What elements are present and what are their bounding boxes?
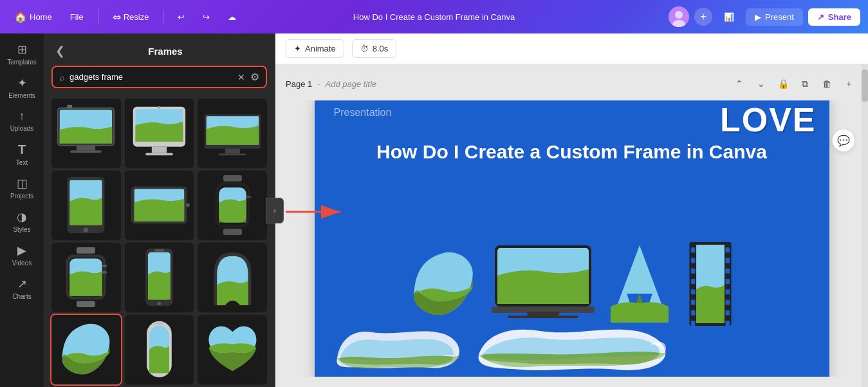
stats-icon: 📊	[724, 12, 734, 22]
comment-button[interactable]: 💬	[832, 129, 855, 152]
uploads-icon: ↑	[19, 109, 25, 123]
redo-icon: ↪	[203, 12, 210, 22]
frame-item-imac[interactable]	[125, 99, 194, 168]
sidebar-item-uploads[interactable]: ↑ Uploads	[3, 106, 41, 136]
svg-rect-61	[690, 247, 695, 252]
canvas-presentation-label: Presentation	[334, 107, 392, 118]
projects-icon: ◫	[17, 176, 28, 191]
canvas-laptop-frame[interactable]	[488, 242, 598, 326]
document-title: How Do I Create a Custom Frame in Canva	[353, 12, 515, 22]
canvas-love-text: LOVE	[720, 100, 817, 139]
nav-right-area: + 📊 ▶ Present ↗ Share	[669, 6, 860, 27]
text-icon: T	[18, 142, 26, 157]
sidebar-item-label: Styles	[13, 226, 30, 233]
frame-item-tablet-portrait[interactable]	[51, 171, 121, 240]
frame-item-watch[interactable]	[198, 171, 267, 240]
svg-rect-18	[225, 149, 240, 154]
svg-rect-69	[725, 247, 730, 252]
svg-rect-7	[71, 151, 102, 153]
sidebar-item-videos[interactable]: ▶ Videos	[3, 240, 41, 270]
svg-point-1	[675, 11, 683, 19]
frame-item-tablet-landscape[interactable]	[125, 171, 194, 240]
page-copy-button[interactable]: ⧉	[796, 75, 814, 93]
redo-button[interactable]: ↪	[196, 8, 216, 26]
search-input[interactable]	[69, 72, 232, 82]
svg-rect-58	[527, 312, 559, 316]
page-nav-up-button[interactable]: ⌃	[730, 75, 748, 93]
file-button[interactable]: File	[64, 8, 90, 26]
share-button[interactable]: ↗ Share	[808, 8, 860, 26]
svg-rect-53	[155, 323, 164, 325]
avatar[interactable]	[669, 6, 689, 27]
sidebar-item-charts[interactable]: ↗ Charts	[3, 273, 41, 304]
frame-item-phone[interactable]	[125, 243, 194, 312]
sidebar-item-templates[interactable]: ⊞ Templates	[3, 39, 41, 70]
canvas-blob-frame[interactable]	[405, 245, 482, 323]
svg-point-14	[158, 106, 161, 109]
nav-divider-2	[163, 9, 163, 24]
duration-button[interactable]: ⏱ 8.0s	[352, 39, 397, 58]
home-label: Home	[30, 12, 52, 22]
frame-item-blob[interactable]	[51, 315, 121, 384]
present-label: Present	[765, 12, 794, 22]
search-filter-button[interactable]: ⚙	[250, 71, 259, 83]
present-button[interactable]: ▶ Present	[746, 8, 803, 26]
home-button[interactable]: 🏠 Home	[8, 7, 59, 27]
canvas[interactable]: Presentation LOVE How Do I Create a Cust…	[315, 100, 829, 377]
svg-point-48	[158, 302, 162, 306]
canvas-film-frame[interactable]: TRA 400 27	[681, 242, 739, 326]
panel-collapse-button[interactable]: ‹	[266, 198, 284, 223]
svg-rect-28	[223, 175, 242, 182]
canvas-letter-frame[interactable]	[604, 242, 675, 326]
frame-item-squarewatch[interactable]	[51, 243, 121, 312]
svg-rect-67	[690, 310, 695, 315]
animate-button[interactable]: ✦ Animate	[286, 39, 344, 58]
templates-icon: ⊞	[17, 42, 27, 57]
add-collaborator-button[interactable]: +	[694, 8, 712, 26]
clock-icon: ⏱	[360, 44, 369, 53]
panel-back-button[interactable]: ❮	[54, 42, 66, 59]
sidebar-item-label: Projects	[10, 193, 33, 200]
sidebar-item-projects[interactable]: ◫ Projects	[3, 173, 41, 203]
stats-button[interactable]: 📊	[717, 8, 741, 26]
sidebar-item-label: Uploads	[10, 125, 34, 132]
svg-rect-43	[102, 271, 107, 274]
svg-rect-71	[725, 268, 730, 273]
duration-label: 8.0s	[373, 44, 389, 53]
add-page-title[interactable]: Add page title	[326, 79, 377, 89]
svg-rect-35	[246, 196, 251, 198]
search-clear-button[interactable]: ✕	[237, 72, 245, 82]
page-add-button[interactable]: +	[840, 75, 858, 93]
page-area: Page 1 - Add page title ⌃ ⌄ 🔒 ⧉ 🗑 +	[275, 64, 868, 387]
frame-item-widescreen[interactable]	[198, 99, 267, 168]
page-nav-down-button[interactable]: ⌄	[752, 75, 770, 93]
page-delete-button[interactable]: 🗑	[818, 75, 836, 93]
file-label: File	[70, 12, 84, 22]
page-lock-button[interactable]: 🔒	[774, 75, 792, 93]
cloud-save-button[interactable]: ☁	[221, 8, 243, 26]
panel-header: ❮ Frames	[44, 33, 275, 66]
search-bar: ⌕ ✕ ⚙	[51, 66, 267, 88]
cloud-icon: ☁	[228, 12, 236, 22]
sidebar-item-label: Charts	[12, 293, 31, 300]
frame-item-arch[interactable]	[198, 243, 267, 312]
svg-rect-13	[145, 153, 173, 156]
resize-button[interactable]: ⇔ Resize	[106, 7, 156, 27]
svg-rect-8	[68, 105, 73, 108]
sidebar-item-styles[interactable]: ◑ Styles	[3, 206, 41, 237]
frame-item-monitor[interactable]	[51, 99, 121, 168]
sidebar-item-label: Videos	[12, 260, 32, 267]
frame-item-phone-rounded[interactable]	[125, 315, 194, 384]
canvas-brush-frame-1[interactable]	[334, 319, 463, 377]
sidebar-item-label: Text	[16, 159, 28, 166]
svg-rect-37	[77, 301, 95, 308]
undo-button[interactable]: ↩	[171, 8, 191, 26]
svg-rect-6	[77, 146, 95, 151]
svg-rect-29	[223, 229, 242, 236]
svg-point-23	[84, 228, 89, 233]
frame-item-heart[interactable]	[198, 315, 267, 384]
sidebar-item-text[interactable]: T Text	[3, 138, 41, 170]
sidebar-item-elements[interactable]: ✦ Elements	[3, 72, 41, 103]
canvas-area: ✦ Animate ⏱ 8.0s Page 1 - Add page title…	[275, 33, 868, 387]
canvas-brush-frame-2[interactable]	[476, 319, 669, 377]
